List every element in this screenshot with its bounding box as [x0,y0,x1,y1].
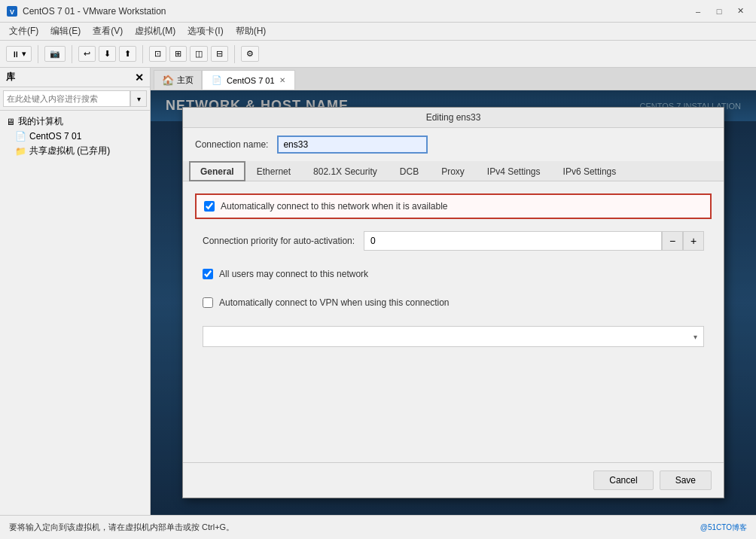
dialog-footer: Cancel Save [183,462,724,498]
unity-icon: ◫ [195,49,203,59]
menu-view[interactable]: 查看(V) [87,23,129,39]
priority-row: Connection priority for auto-activation:… [195,225,712,257]
menu-edit[interactable]: 编辑(E) [44,23,87,39]
sidebar-item-shared[interactable]: 📁 共享虚拟机 (已弃用) [3,143,147,159]
sidebar-item-centos[interactable]: 📄 CentOS 7 01 [3,129,147,143]
auto-connect-label: Automatically connect to this network wh… [221,201,447,212]
toolbar: ⏸ ▾ 📷 ↩ ⬇ ⬆ ⊡ ⊞ ◫ ⊟ ⚙ [0,41,756,68]
settings-button[interactable]: ⚙ [241,46,259,62]
tab-ipv4[interactable]: IPv4 Settings [476,161,552,181]
download-button[interactable]: ⬇ [99,46,116,62]
sidebar-close-icon[interactable]: ✕ [135,72,144,84]
toolbar-separator-1 [38,45,38,63]
revert-icon: ↩ [84,49,90,59]
priority-input-group: − + [364,231,704,251]
toolbar-separator-4 [234,45,235,63]
tab-dcb[interactable]: DCB [389,161,430,181]
tab-proxy[interactable]: Proxy [430,161,476,181]
display-button[interactable]: ⊟ [211,46,228,62]
priority-decrease-button[interactable]: − [662,231,683,251]
revert-button[interactable]: ↩ [78,46,96,62]
vpn-label: Automatically connect to VPN when using … [219,297,450,308]
dialog-tabs: General Ethernet 802.1X Security DCB Pro [183,161,724,181]
tab-home[interactable]: 🏠 主页 [154,70,202,90]
menubar: 文件(F) 编辑(E) 查看(V) 虚拟机(M) 选项卡(I) 帮助(H) [0,23,756,41]
vpn-checkbox[interactable] [203,297,213,308]
tab-ipv6[interactable]: IPv6 Settings [552,161,628,181]
close-button[interactable]: ✕ [730,3,750,20]
menu-file[interactable]: 文件(F) [3,23,44,39]
window-title: CentOS 7 01 - VMware Workstation [23,6,688,17]
computer-icon: 🖥 [6,117,15,127]
fit-icon: ⊞ [175,49,181,59]
maximize-button[interactable]: □ [709,3,729,20]
cancel-button[interactable]: Cancel [593,470,653,490]
vpn-row: Automatically connect to VPN when using … [195,291,712,314]
vm-icon: 📄 [15,131,26,142]
dialog-titlebar: Editing ens33 [183,108,724,128]
app-icon: V [6,5,18,17]
connection-name-row: Connection name: [183,128,724,161]
upload-icon: ⬆ [124,49,131,59]
dialog-title: Editing ens33 [426,112,481,123]
sidebar-tree: 🖥 我的计算机 📄 CentOS 7 01 📁 共享虚拟机 (已弃用) [0,111,150,515]
shared-icon: 📁 [15,146,26,157]
priority-label: Connection priority for auto-activation: [203,236,355,246]
download-icon: ⬇ [104,49,111,59]
tab-centos[interactable]: 📄 CentOS 7 01 ✕ [202,70,295,90]
vpn-dropdown-row: ▾ [195,320,712,353]
dialog-body: Automatically connect to this network wh… [183,181,724,462]
save-button[interactable]: Save [660,470,712,490]
browser-tabs-bar: 🏠 主页 📄 CentOS 7 01 ✕ [151,68,756,90]
tab-ethernet[interactable]: Ethernet [245,161,302,181]
sidebar: 库 ✕ ▾ 🖥 我的计算机 📄 CentOS 7 01 📁 共享虚拟机 (已弃用… [0,68,151,515]
toolbar-separator-3 [142,45,143,63]
settings-icon: ⚙ [246,49,254,59]
unity-button[interactable]: ◫ [190,46,208,62]
minimize-button[interactable]: – [688,3,708,20]
all-users-checkbox[interactable] [203,269,213,279]
vm-tab-icon: 📄 [212,75,222,85]
sidebar-item-mycomputer[interactable]: 🖥 我的计算机 [3,114,147,129]
statusbar-logo: @51CTO博客 [700,522,747,533]
all-users-label: All users may connect to this network [219,269,368,279]
content-area: 🏠 主页 📄 CentOS 7 01 ✕ NETWORK & HOST NAME… [151,68,756,515]
search-dropdown-button[interactable]: ▾ [130,90,147,107]
priority-input[interactable] [364,231,662,251]
power-dropdown-icon: ▾ [22,49,26,59]
dialog-overlay: Editing ens33 Connection name: General E [151,90,756,515]
tab-8021x[interactable]: 802.1X Security [302,161,389,181]
snapshot-icon: 📷 [50,49,60,59]
connection-name-label: Connection name: [195,139,268,150]
snapshot-button[interactable]: 📷 [44,46,66,62]
editing-dialog: Editing ens33 Connection name: General E [182,107,724,498]
statusbar-text: 要将输入定向到该虚拟机，请在虚拟机内部单击或按 Ctrl+G。 [9,522,234,533]
sidebar-title: 库 [6,71,15,84]
power-button[interactable]: ⏸ ▾ [6,46,32,62]
menu-tabs[interactable]: 选项卡(I) [181,23,229,39]
search-input[interactable] [3,90,130,107]
priority-increase-button[interactable]: + [683,231,704,251]
display-icon: ⊟ [216,49,223,59]
connection-name-input[interactable] [277,136,428,154]
titlebar: V CentOS 7 01 - VMware Workstation – □ ✕ [0,0,756,23]
sidebar-search-bar: ▾ [0,87,150,111]
upload-button[interactable]: ⬆ [119,46,136,62]
home-icon: 🏠 [162,75,174,86]
tab-general[interactable]: General [189,161,245,181]
window-controls: – □ ✕ [688,3,750,20]
menu-vm[interactable]: 虚拟机(M) [129,23,181,39]
vm-content: NETWORK & HOST NAME CENTOS 7 INSTALLATIO… [151,90,756,515]
fullscreen-icon: ⊡ [154,49,161,59]
vpn-dropdown-arrow-icon: ▾ [694,333,697,341]
power-icon: ⏸ [11,50,20,59]
statusbar: 要将输入定向到该虚拟机，请在虚拟机内部单击或按 Ctrl+G。 @51CTO博客 [0,515,756,539]
vpn-dropdown[interactable]: ▾ [203,326,704,347]
auto-connect-row: Automatically connect to this network wh… [195,193,712,219]
menu-help[interactable]: 帮助(H) [230,23,273,39]
all-users-row: All users may connect to this network [195,263,712,285]
auto-connect-checkbox[interactable] [204,201,215,212]
fit-button[interactable]: ⊞ [169,46,187,62]
fullscreen-button[interactable]: ⊡ [149,46,166,62]
tab-close-icon[interactable]: ✕ [279,76,285,84]
